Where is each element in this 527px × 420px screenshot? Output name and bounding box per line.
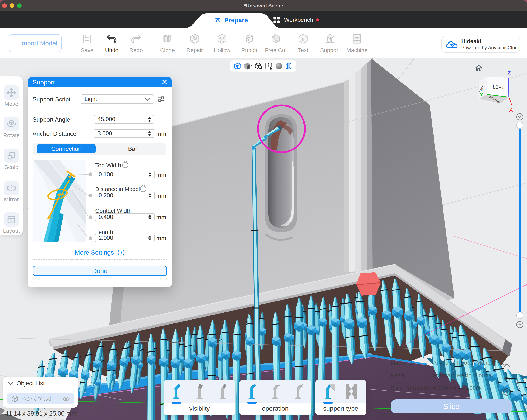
svg-text:LEFT: LEFT — [493, 84, 504, 90]
svg-text:Z: Z — [507, 70, 511, 76]
svg-text:Y: Y — [480, 91, 483, 97]
svg-text:X: X — [509, 106, 513, 113]
